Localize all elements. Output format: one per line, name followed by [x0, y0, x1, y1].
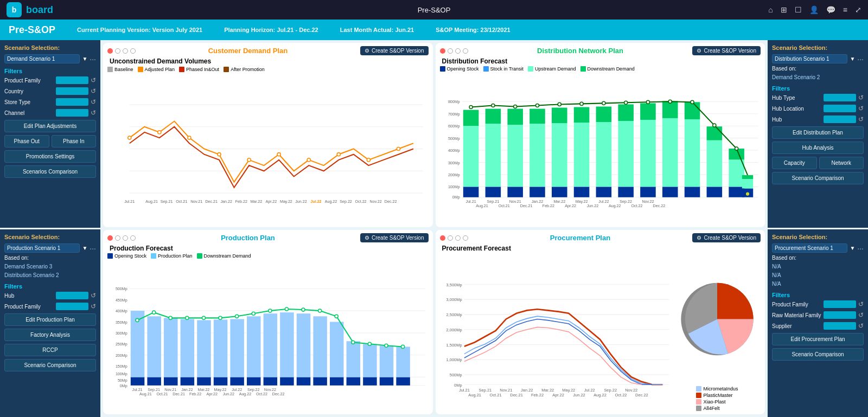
filter-bar-pf-rb[interactable]	[824, 300, 856, 308]
legend-after-promo-label: After Promotion	[231, 67, 265, 72]
legend-adjusted-label: Adjusted Plan	[145, 67, 175, 72]
filter-reset-hub-location[interactable]: ↺	[858, 105, 864, 112]
legend-downstream: Downstream Demand	[580, 66, 635, 72]
menu-icon[interactable]: ≡	[843, 5, 847, 14]
svg-text:Aug.21: Aug.21	[476, 204, 488, 208]
create-saop-btn-prod[interactable]: ⚙ Create S&OP Version	[360, 233, 429, 242]
scenario-dots-top[interactable]: ···	[90, 55, 96, 63]
edit-production-plan-btn[interactable]: Edit Production Plan	[4, 313, 96, 326]
svg-rect-78	[662, 187, 678, 197]
phase-in-btn[interactable]: Phase In	[52, 135, 97, 147]
filter-bar-channel[interactable]	[56, 109, 88, 117]
comment-icon[interactable]: ☐	[795, 5, 802, 14]
scenario-comparison-rb[interactable]: Scenario Comparison	[772, 348, 864, 361]
svg-text:Oct.22: Oct.22	[631, 204, 642, 208]
factory-analysis-btn[interactable]: Factory Analysis	[4, 329, 96, 341]
svg-text:Aug.22: Aug.22	[593, 393, 607, 397]
svg-point-99	[580, 102, 583, 105]
legend-plastic: PlasticMaster	[696, 393, 738, 398]
svg-rect-148	[181, 377, 194, 385]
center-content: Customer Demand Plan ⚙ Create S&OP Versi…	[100, 40, 768, 417]
scenario-select-rb[interactable]: Procurement Scenario 1	[772, 243, 847, 253]
filter-reset-hub-type[interactable]: ↺	[858, 94, 864, 101]
filter-reset-supplier-rb[interactable]: ↺	[858, 322, 864, 330]
svg-text:May.22: May.22	[575, 200, 588, 204]
svg-rect-74	[618, 104, 634, 121]
hub-analysis-btn[interactable]: Hub Analysis	[772, 142, 864, 154]
svg-rect-77	[640, 103, 656, 120]
capacity-btn[interactable]: Capacity	[772, 157, 817, 169]
dot-red-proc[interactable]	[440, 235, 445, 241]
scenario-dropdown-rb[interactable]: ▼	[850, 245, 855, 251]
dot-red-dist[interactable]	[440, 48, 445, 54]
filter-bar-hub-rt[interactable]	[824, 116, 856, 123]
scenario-select-rt[interactable]: Distribution Scenario 1	[772, 54, 847, 63]
dot-red-customer[interactable]	[107, 48, 113, 54]
scenario-dots-bottom[interactable]: ···	[90, 244, 96, 253]
create-saop-btn-proc[interactable]: ⚙ Create S&OP Version	[692, 233, 761, 242]
filter-pf-rb: Product Family ↺	[772, 300, 864, 308]
brand-name: board	[26, 4, 53, 16]
create-saop-btn-customer[interactable]: ⚙ Create S&OP Version	[360, 46, 429, 55]
filter-reset-rmf-rb[interactable]: ↺	[858, 311, 864, 319]
svg-text:Apr.22: Apr.22	[552, 393, 564, 397]
filter-bar-store[interactable]	[56, 98, 88, 106]
user-icon[interactable]: 👤	[809, 5, 819, 14]
svg-point-179	[186, 316, 189, 319]
filter-reset-channel[interactable]: ↺	[91, 109, 96, 117]
filter-reset-pf[interactable]: ↺	[91, 76, 96, 84]
phase-btn-row: Phase Out Phase In	[4, 135, 96, 148]
svg-rect-79	[662, 118, 678, 187]
scenarios-comparison-btn-top[interactable]: Scenarios Comparison	[4, 165, 96, 178]
filter-reset-hub-rt[interactable]: ↺	[858, 116, 864, 123]
filter-reset-store[interactable]: ↺	[91, 98, 96, 106]
promotions-settings-btn[interactable]: Promotions Settings	[4, 150, 96, 163]
filter-bar-hub[interactable]	[56, 292, 88, 299]
svg-point-184	[269, 309, 272, 312]
scenario-select-top[interactable]: Demand Scenario 1	[4, 54, 80, 63]
svg-rect-87	[729, 187, 744, 197]
based-on-label-bottom: Based on:	[4, 255, 96, 261]
edit-plan-adjustments-btn[interactable]: Edit Plan Adjustments	[4, 120, 96, 132]
right-top-sidebar: Scenario Selection: Distribution Scenari…	[768, 40, 868, 228]
filter-reset-country[interactable]: ↺	[91, 87, 96, 95]
filter-bar-hub-type[interactable]	[824, 94, 856, 101]
create-saop-btn-dist[interactable]: ⚙ Create S&OP Version	[692, 46, 761, 55]
svg-text:Nov.21: Nov.21	[509, 200, 521, 204]
filter-bar-rmf-rb[interactable]	[824, 311, 856, 319]
scenario-dots-rt[interactable]: ···	[857, 55, 864, 63]
scenario-select-bottom[interactable]: Production Scenario 1	[4, 243, 80, 253]
home-icon[interactable]: ⌂	[768, 5, 773, 14]
rccp-btn[interactable]: RCCP	[4, 344, 96, 356]
filter-bar-pf[interactable]	[56, 76, 88, 84]
scenario-dropdown-rt[interactable]: ▼	[850, 56, 855, 62]
filter-reset-pf-rb[interactable]: ↺	[858, 300, 864, 308]
scenario-comparison-btn-bottom[interactable]: Scenario Comparison	[4, 359, 96, 371]
filter-bar-pf-bottom[interactable]	[56, 303, 88, 310]
scenario-dots-rb[interactable]: ···	[857, 244, 864, 253]
svg-rect-146	[164, 377, 177, 385]
network-btn[interactable]: Network	[819, 157, 864, 169]
edit-distribution-plan-btn[interactable]: Edit Distribution Plan	[772, 126, 864, 139]
svg-text:Dec.21: Dec.21	[205, 200, 218, 204]
scenario-dropdown-top[interactable]: ▼	[82, 56, 87, 62]
filter-name-hub: Hub	[4, 293, 54, 299]
expand-icon[interactable]: ⤢	[855, 5, 861, 14]
edit-procurement-plan-btn[interactable]: Edit Procurement Plan	[772, 333, 864, 345]
create-saop-icon-proc: ⚙	[697, 235, 701, 241]
filter-reset-pf-bottom[interactable]: ↺	[91, 303, 96, 310]
scenario-comparison-rt[interactable]: Scenario Comparison	[772, 172, 864, 184]
filter-reset-hub[interactable]: ↺	[91, 292, 96, 299]
filter-bar-hub-location[interactable]	[824, 105, 856, 112]
filter-bar-country[interactable]	[56, 87, 88, 95]
chat-icon[interactable]: 💬	[826, 5, 835, 14]
scenario-dropdown-bottom[interactable]: ▼	[82, 245, 87, 251]
svg-rect-56	[485, 109, 501, 124]
svg-text:May.22: May.22	[214, 388, 227, 392]
filter-bar-supplier-rb[interactable]	[824, 322, 856, 330]
dot-red-prod[interactable]	[107, 235, 113, 241]
grid-icon[interactable]: ⊞	[781, 5, 787, 14]
phase-out-btn[interactable]: Phase Out	[4, 135, 49, 147]
dot-empty3-prod	[130, 235, 136, 241]
svg-point-10	[277, 153, 280, 156]
